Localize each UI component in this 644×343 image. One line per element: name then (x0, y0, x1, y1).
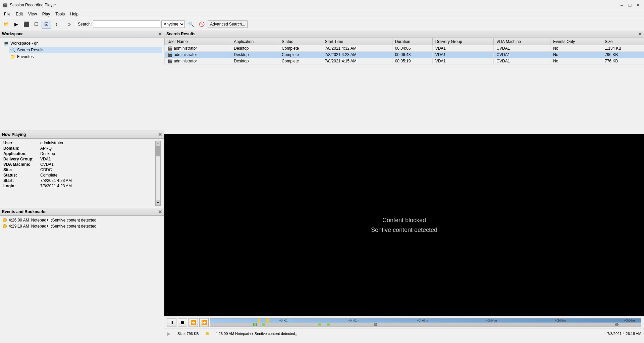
stop-button[interactable]: ⬛ (21, 20, 31, 29)
col-username[interactable]: User Name (165, 38, 231, 45)
table-row[interactable]: 🎬administrator Desktop Complete 7/8/2021… (165, 45, 644, 52)
col-application[interactable]: Application (231, 38, 279, 45)
play-indicator-icon: ▶ (167, 331, 171, 336)
maximize-button[interactable]: □ (627, 2, 633, 8)
view3-button[interactable]: ↕ (52, 20, 61, 29)
col-starttime[interactable]: Start Time (322, 38, 392, 45)
col-vdamachine[interactable]: VDA Machine (494, 38, 550, 45)
scroll-thumb[interactable] (156, 146, 160, 156)
col-eventsonly[interactable]: Events Only (550, 38, 602, 45)
cell-application: Desktop (231, 45, 279, 52)
np-start-value: 7/8/2021 4:23 AM (40, 178, 72, 183)
event-dot-icon (3, 218, 7, 222)
search-go-button[interactable]: 🔍 (186, 20, 196, 29)
cell-deliverygroup: VDA1 (432, 45, 494, 52)
table-row[interactable]: 🎬administrator Desktop Complete 7/8/2021… (165, 52, 644, 58)
scroll-down-button[interactable]: ▼ (156, 200, 160, 205)
view1-button[interactable]: ☐ (32, 20, 41, 29)
events-title: Events and Bookmarks (2, 209, 47, 214)
event-marker-4 (327, 323, 330, 326)
menu-edit[interactable]: Edit (13, 11, 25, 17)
more-button[interactable]: » (65, 20, 74, 29)
cell-starttime: 7/8/2021 4:23 AM (322, 52, 392, 58)
anytime-dropdown[interactable]: Anytime (161, 20, 185, 28)
cell-deliverygroup: VDA1 (432, 52, 494, 58)
cell-vdamachine: CVDA1 (494, 45, 550, 52)
np-status-label: Status: (3, 173, 40, 178)
scroll-up-button[interactable]: ▲ (156, 141, 160, 146)
cell-eventsonly: No (550, 45, 602, 52)
event-dot-icon (3, 224, 7, 228)
open-button[interactable]: 📂 (1, 20, 11, 29)
view2-button[interactable]: ☑ (42, 20, 51, 29)
list-item[interactable]: 4:26:00 AM Notepad++;Sentive content det… (1, 217, 163, 223)
search-results-label: Search Results (17, 48, 44, 52)
search-results-header: Search Results ✕ (164, 30, 644, 38)
cell-status: Complete (279, 45, 322, 52)
np-application-value: Desktop (40, 151, 55, 156)
playhead-marker[interactable] (374, 323, 377, 326)
workspace-root-item[interactable]: 💻 Workspace - qh (2, 40, 162, 47)
menu-view[interactable]: View (25, 11, 40, 17)
workspace-header: Workspace ✕ (0, 30, 164, 38)
favorites-label: Favorites (17, 54, 34, 59)
cell-duration: 00:05:19 (392, 58, 432, 64)
menu-play[interactable]: Play (40, 11, 53, 17)
col-size[interactable]: Size (602, 38, 644, 45)
timeline[interactable]: +0h01m +0h02m +0h03m +0h04m +0h05m +0h06… (210, 318, 641, 327)
right-panel: Search Results ✕ User Name Application S… (164, 30, 644, 343)
events-section: Events and Bookmarks ✕ 4:26:00 AM Notepa… (0, 208, 164, 343)
close-button[interactable]: ✕ (635, 2, 641, 8)
np-site-row: Site: CDDC (3, 167, 154, 172)
np-status-row: Status: Complete (3, 173, 154, 178)
event-text-1: Notepad++;Sentive content detected;; (31, 218, 99, 223)
cell-size: 796 KB (602, 52, 644, 58)
minimize-button[interactable]: – (619, 2, 625, 8)
menu-file[interactable]: File (1, 11, 13, 17)
menu-help[interactable]: Help (67, 11, 81, 17)
search-results-title: Search Results (166, 32, 196, 36)
advanced-search-button[interactable]: Advanced Search... (208, 20, 248, 28)
stop-button[interactable]: ⏹ (178, 318, 187, 327)
search-clear-button[interactable]: 🚫 (197, 20, 206, 29)
events-close-button[interactable]: ✕ (158, 209, 162, 214)
table-row[interactable]: 🎬administrator Desktop Complete 7/8/2021… (165, 58, 644, 64)
table-header-row: User Name Application Status Start Time … (165, 38, 644, 45)
search-results-tree-item[interactable]: 🔍 Search Results (9, 47, 162, 53)
np-start-label: Start: (3, 178, 40, 183)
favorites-tree-item[interactable]: 📁 Favorites (9, 53, 162, 60)
row-icon: 🎬 (167, 52, 172, 57)
col-deliverygroup[interactable]: Delivery Group (432, 38, 494, 45)
search-label: Search: (78, 22, 92, 27)
np-user-row: User: administrator (3, 141, 154, 145)
col-status[interactable]: Status (279, 38, 322, 45)
play-button[interactable]: ▶ (11, 20, 21, 29)
search-results-close-button[interactable]: ✕ (638, 31, 642, 37)
rewind-button[interactable]: ⏪ (189, 318, 198, 327)
col-duration[interactable]: Duration (392, 38, 432, 45)
np-domain-label: Domain: (3, 146, 40, 151)
toolbar-separator (63, 21, 63, 28)
menu-tools[interactable]: Tools (53, 11, 67, 17)
now-playing-scrollbar[interactable]: ▲ ▼ (155, 141, 161, 206)
fastforward-button[interactable]: ⏩ (199, 318, 209, 327)
np-user-value: administrator (40, 141, 63, 145)
workspace-section: Workspace ✕ 💻 Workspace - qh 🔍 Search Re… (0, 30, 164, 131)
event-marker-1 (253, 323, 257, 326)
cell-starttime: 7/8/2021 4:15 AM (322, 58, 392, 64)
now-playing-close-button[interactable]: ✕ (158, 132, 162, 137)
toolbar: 📂 ▶ ⬛ ☐ ☑ ↕ » Search: Anytime 🔍 🚫 Advanc… (0, 18, 644, 30)
timeline-label-6: +0h06m (624, 319, 635, 322)
cell-application: Desktop (231, 58, 279, 64)
timeline-label-5: +0h05m (555, 319, 566, 322)
workspace-root-label: Workspace - qh (10, 41, 39, 46)
search-input[interactable] (93, 20, 160, 28)
workspace-close-button[interactable]: ✕ (158, 31, 162, 37)
pause-button[interactable]: ⏸ (167, 318, 176, 327)
row-icon: 🎬 (167, 46, 172, 51)
cell-size: 776 KB (602, 58, 644, 64)
list-item[interactable]: 4:29:19 AM Notepad++;Sentive content det… (1, 223, 163, 229)
workspace-title: Workspace (2, 32, 23, 36)
np-domain-row: Domain: APRQ (3, 146, 154, 151)
event-time-1: 4:26:00 AM (9, 218, 29, 223)
